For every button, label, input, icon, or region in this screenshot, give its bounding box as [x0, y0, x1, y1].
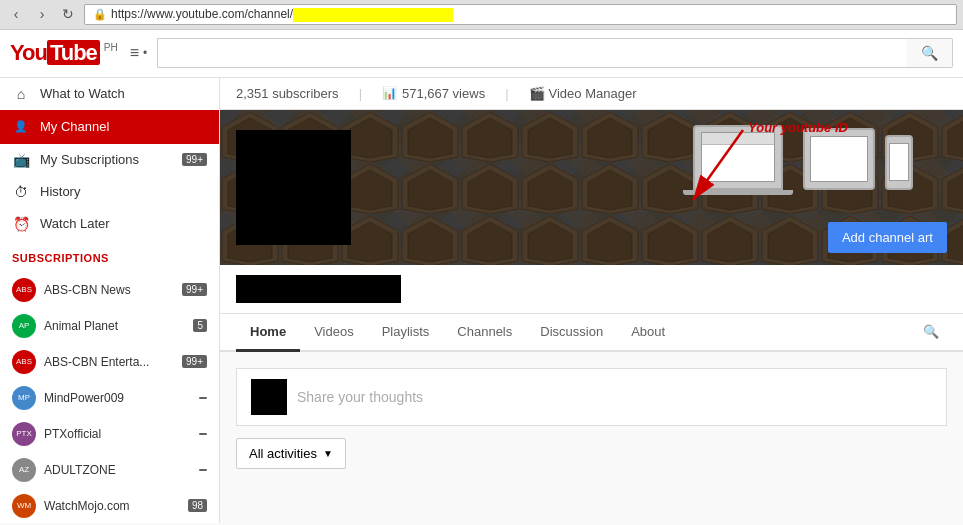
- sub-badge: [199, 469, 207, 471]
- sub-avatar: AZ: [12, 458, 36, 482]
- subscribers-stat: 2,351 subscribers: [236, 86, 339, 101]
- video-manager-label: Video Manager: [549, 86, 637, 101]
- sub-name: ABS-CBN Enterta...: [44, 355, 174, 369]
- views-count: 571,667 views: [402, 86, 485, 101]
- address-bar[interactable]: 🔒 https://www.youtube.com/channel/: [84, 4, 957, 25]
- sidebar-label: Watch Later: [40, 216, 110, 231]
- search-button[interactable]: 🔍: [907, 38, 953, 68]
- video-manager-button[interactable]: 🎬 Video Manager: [529, 86, 637, 101]
- sidebar-item-my-subscriptions[interactable]: 📺 My Subscriptions 99+: [0, 144, 219, 176]
- tab-playlists[interactable]: Playlists: [368, 314, 444, 352]
- youtube-logo[interactable]: YouTube PH: [10, 40, 118, 66]
- stat-separator2: |: [505, 86, 508, 101]
- clock-icon: ⏰: [12, 216, 30, 232]
- channel-content: 2,351 subscribers | 📊 571,667 views | 🎬 …: [220, 78, 963, 523]
- device-preview: [683, 125, 913, 195]
- sub-item-animal-planet[interactable]: AP Animal Planet 5: [0, 308, 219, 344]
- sub-name: Animal Planet: [44, 319, 185, 333]
- sidebar-label: History: [40, 184, 80, 199]
- sub-avatar: WM: [12, 494, 36, 518]
- sub-badge: 98: [188, 499, 207, 512]
- add-channel-art-button[interactable]: Add channel art: [828, 222, 947, 253]
- sub-badge: 5: [193, 319, 207, 332]
- subscriptions-header: SUBSCRIPTIONS: [0, 244, 219, 272]
- sidebar-item-history[interactable]: ⏱ History: [0, 176, 219, 208]
- subscriptions-badge: 99+: [182, 153, 207, 166]
- sub-avatar: AP: [12, 314, 36, 338]
- hamburger-icon[interactable]: ≡: [130, 44, 139, 62]
- channel-name-area: [220, 265, 963, 314]
- share-thoughts-input[interactable]: Share your thoughts: [297, 389, 423, 405]
- all-activities-button[interactable]: All activities ▼: [236, 438, 346, 469]
- user-avatar: [251, 379, 287, 415]
- search-bar: 🔍: [157, 38, 953, 68]
- channel-banner-wrapper: Add channel art Your youtube ID: [220, 110, 963, 265]
- browser-nav: ‹ › ↻ 🔒 https://www.youtube.com/channel/: [0, 0, 963, 29]
- tab-home[interactable]: Home: [236, 314, 300, 352]
- tab-about[interactable]: About: [617, 314, 679, 352]
- sub-item-adultzone[interactable]: AZ ADULTZONE: [0, 452, 219, 488]
- address-base: https://www.youtube.com/channel/: [111, 7, 293, 21]
- activities-label: All activities: [249, 446, 317, 461]
- sidebar-label: My Channel: [40, 119, 109, 134]
- person-icon: 👤: [12, 118, 30, 136]
- channel-body: Share your thoughts All activities ▼: [220, 352, 963, 485]
- main-layout: ⌂ What to Watch 👤 My Channel 📺 My Subscr…: [0, 78, 963, 523]
- channel-banner: Add channel art: [220, 110, 963, 265]
- channel-name-block: [236, 275, 401, 303]
- tab-discussion[interactable]: Discussion: [526, 314, 617, 352]
- tab-channels[interactable]: Channels: [443, 314, 526, 352]
- sub-name: MindPower009: [44, 391, 191, 405]
- sub-name: WatchMojo.com: [44, 499, 180, 513]
- subscribers-count: 2,351 subscribers: [236, 86, 339, 101]
- activities-dropdown-icon: ▼: [323, 448, 333, 459]
- sub-name: ADULTZONE: [44, 463, 191, 477]
- views-stat: 📊 571,667 views: [382, 86, 485, 101]
- tv-device: [803, 128, 875, 190]
- logo-ph: PH: [104, 42, 118, 53]
- share-thoughts-bar: Share your thoughts: [236, 368, 947, 426]
- sidebar-item-my-channel[interactable]: 👤 My Channel: [0, 110, 219, 144]
- home-icon: ⌂: [12, 86, 30, 102]
- sub-avatar: ABS: [12, 350, 36, 374]
- sub-avatar: MP: [12, 386, 36, 410]
- channel-stats: 2,351 subscribers | 📊 571,667 views | 🎬 …: [220, 78, 963, 110]
- sub-badge: [199, 433, 207, 435]
- laptop-device: [683, 125, 793, 195]
- lock-icon: 🔒: [93, 8, 107, 21]
- sub-name: PTXofficial: [44, 427, 191, 441]
- sub-badge: 99+: [182, 355, 207, 368]
- logo-text: YouTube: [10, 40, 100, 66]
- sidebar-item-watch-later[interactable]: ⏰ Watch Later: [0, 208, 219, 240]
- sidebar-label: What to Watch: [40, 86, 125, 101]
- tab-search-icon[interactable]: 🔍: [915, 316, 947, 347]
- sub-item-abscbn-enterta[interactable]: ABS ABS-CBN Enterta... 99+: [0, 344, 219, 380]
- back-button[interactable]: ‹: [6, 4, 26, 24]
- sub-item-watchmojo[interactable]: WM WatchMojo.com 98: [0, 488, 219, 523]
- sidebar-item-what-to-watch[interactable]: ⌂ What to Watch: [0, 78, 219, 110]
- sub-item-mindpower[interactable]: MP MindPower009: [0, 380, 219, 416]
- sidebar-label: My Subscriptions: [40, 152, 139, 167]
- sub-item-abscbn-news[interactable]: ABS ABS-CBN News 99+: [0, 272, 219, 308]
- channel-avatar: [236, 130, 351, 245]
- tab-videos[interactable]: Videos: [300, 314, 368, 352]
- sidebar: ⌂ What to Watch 👤 My Channel 📺 My Subscr…: [0, 78, 220, 523]
- video-manager-icon: 🎬: [529, 86, 545, 101]
- stat-separator: |: [359, 86, 362, 101]
- search-input[interactable]: [157, 38, 907, 68]
- sub-badge: 99+: [182, 283, 207, 296]
- channel-tabs: Home Videos Playlists Channels Discussio…: [220, 314, 963, 352]
- menu-dot: •: [143, 46, 147, 60]
- sub-item-ptxofficial[interactable]: PTX PTXofficial: [0, 416, 219, 452]
- address-text: https://www.youtube.com/channel/: [111, 7, 948, 22]
- sub-avatar: PTX: [12, 422, 36, 446]
- youtube-header: YouTube PH ≡ • 🔍: [0, 30, 963, 78]
- sub-avatar: ABS: [12, 278, 36, 302]
- refresh-button[interactable]: ↻: [58, 4, 78, 24]
- sub-badge: [199, 397, 207, 399]
- forward-button[interactable]: ›: [32, 4, 52, 24]
- views-icon: 📊: [382, 86, 397, 100]
- tv-icon: 📺: [12, 152, 30, 168]
- sub-name: ABS-CBN News: [44, 283, 174, 297]
- history-icon: ⏱: [12, 184, 30, 200]
